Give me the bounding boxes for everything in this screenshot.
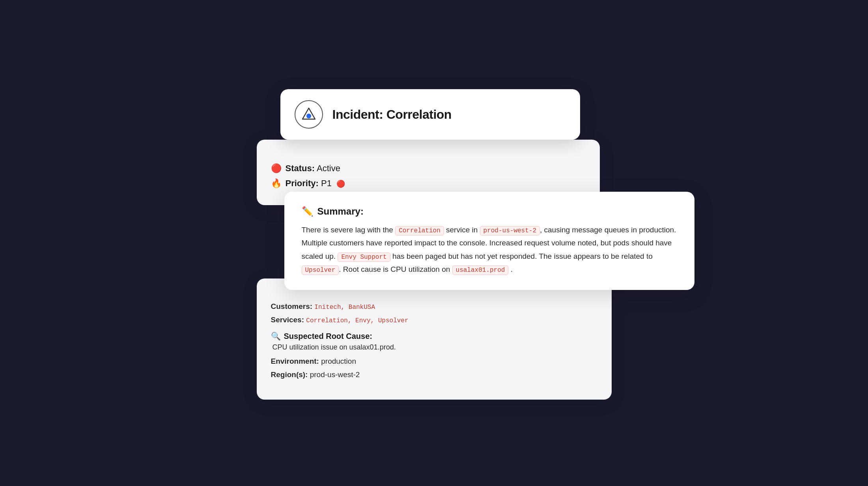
- customers-value: Initech, BankUSA: [314, 304, 375, 311]
- status-row: 🔴 Status: Active: [271, 163, 586, 174]
- regions-row: Region(s): prod-us-west-2: [271, 370, 597, 379]
- regions-value: prod-us-west-2: [310, 370, 360, 379]
- root-cause-text: CPU utilization issue on usalax01.prod.: [273, 343, 597, 351]
- status-red-dot: 🔴: [271, 163, 282, 174]
- upsolver-tag: Upsolver: [302, 265, 339, 275]
- summary-body: There is severe lag with the Correlation…: [302, 223, 677, 276]
- environment-row: Environment: production: [271, 357, 597, 366]
- services-label: Services:: [271, 316, 304, 324]
- summary-text-1: There is severe lag with the: [302, 226, 396, 234]
- priority-row: 🔥 Priority: P1 🔴: [271, 178, 586, 189]
- summary-text-5: . Root cause is CPU utilization on: [339, 265, 452, 273]
- priority-text: Priority: P1 🔴: [286, 178, 345, 189]
- regions-label: Region(s):: [271, 370, 308, 379]
- environment-value: production: [321, 357, 356, 365]
- summary-text-4: has been paged but has not yet responded…: [390, 252, 653, 260]
- customers-row: Customers: Initech, BankUSA: [271, 302, 597, 311]
- card-summary: ✏️ Summary: There is severe lag with the…: [284, 192, 694, 290]
- root-cause-icon: 🔍: [271, 331, 281, 341]
- root-cause-title: 🔍 Suspected Root Cause:: [271, 331, 597, 341]
- logo-svg: [300, 106, 317, 123]
- scene: Customers: Initech, BankUSA Services: Co…: [257, 81, 612, 405]
- root-cause-label: Suspected Root Cause:: [284, 332, 372, 341]
- usalax01-tag: usalax01.prod: [452, 265, 509, 275]
- card-header: Incident: Correlation: [280, 89, 580, 140]
- services-row: Services: Correlation, Envy, Upsolver: [271, 316, 597, 324]
- card-details: Customers: Initech, BankUSA Services: Co…: [257, 279, 612, 400]
- priority-fire-icon: 🔥: [271, 178, 282, 189]
- root-cause-section: 🔍 Suspected Root Cause: CPU utilization …: [271, 331, 597, 351]
- correlation-tag: Correlation: [395, 226, 444, 236]
- environment-label: Environment:: [271, 357, 319, 365]
- status-text: Status: Active: [286, 163, 340, 174]
- summary-title: ✏️ Summary:: [302, 206, 677, 217]
- summary-icon: ✏️: [302, 206, 314, 217]
- prod-us-west-2-tag: prod-us-west-2: [480, 226, 540, 236]
- services-value: Correlation, Envy, Upsolver: [306, 317, 408, 324]
- app-logo: [295, 100, 323, 129]
- envy-support-tag: Envy Support: [338, 252, 390, 262]
- incident-title: Incident: Correlation: [332, 107, 452, 122]
- svg-point-0: [306, 114, 311, 118]
- customers-label: Customers:: [271, 302, 313, 310]
- priority-red-dot: 🔴: [336, 180, 345, 188]
- summary-text-2: service in: [444, 226, 480, 234]
- summary-text-6: .: [508, 265, 513, 273]
